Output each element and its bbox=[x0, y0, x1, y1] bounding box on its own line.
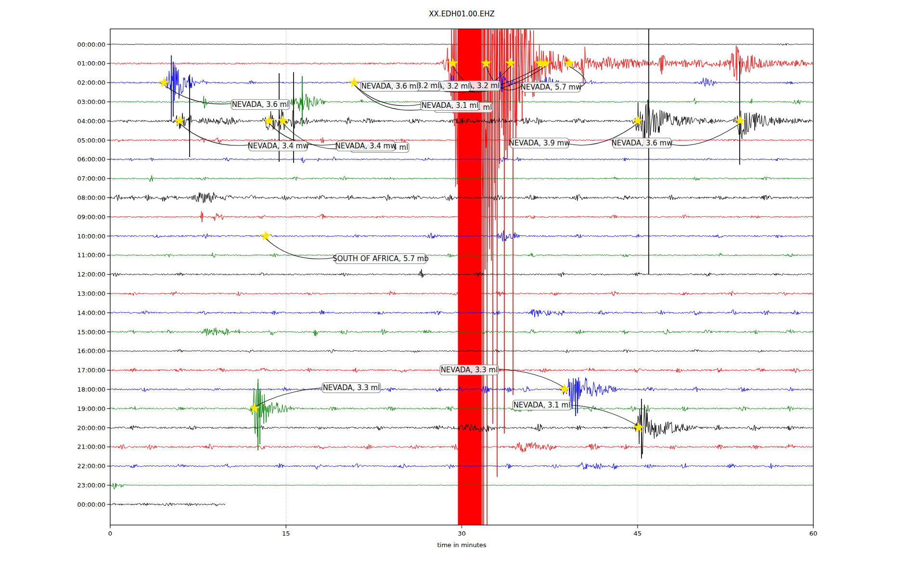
event-label-text: SOUTH OF AFRICA, 5.7 mb bbox=[333, 254, 428, 263]
event-label-text: NEVADA, 3.9 mw bbox=[509, 139, 570, 147]
row-time-label: 07:00:00 bbox=[77, 175, 105, 182]
row-time-label: 05:00:00 bbox=[77, 137, 105, 144]
event-label-text: NEVADA, 3.1 ml bbox=[513, 401, 571, 409]
event-label-text: NEVADA, 3.3 ml bbox=[441, 366, 498, 374]
row-time-label: 10:00:00 bbox=[77, 233, 105, 240]
event-label-text: NEVADA, 3.6 ml bbox=[361, 82, 419, 91]
row-time-label: 20:00:00 bbox=[77, 424, 105, 432]
row-time-label: 11:00:00 bbox=[77, 251, 105, 259]
x-tick-label: 30 bbox=[458, 530, 466, 537]
x-tick-label: 45 bbox=[633, 530, 642, 537]
row-time-label: 13:00:00 bbox=[77, 290, 105, 297]
row-time-label: 12:00:00 bbox=[77, 271, 105, 278]
row-time-label: 18:00:00 bbox=[77, 386, 105, 393]
event-label-text: NEVADA, 3.3 ml bbox=[323, 383, 380, 392]
row-time-label: 08:00:00 bbox=[77, 194, 105, 201]
event-label-text: NEVADA, 5.7 mw bbox=[521, 83, 582, 92]
row-time-label: 15:00:00 bbox=[77, 328, 105, 336]
event-label-text: NEVADA, 3.4 mw bbox=[248, 142, 309, 150]
plot-title: XX.EDH01.00.EHZ bbox=[429, 10, 494, 18]
row-time-label: 09:00:00 bbox=[77, 213, 105, 221]
row-time-label: 04:00:00 bbox=[77, 118, 105, 125]
event-label-text: NEVADA, 3.6 ml bbox=[232, 100, 289, 109]
row-time-label: 00:00:00 bbox=[77, 501, 105, 508]
event-label-text: NEVADA, 3.1 ml bbox=[422, 101, 479, 110]
x-tick-label: 60 bbox=[809, 530, 818, 537]
x-axis-label: time in minutes bbox=[437, 541, 486, 549]
row-time-label: 03:00:00 bbox=[77, 98, 105, 105]
x-tick-label: 15 bbox=[282, 530, 290, 537]
row-time-label: 16:00:00 bbox=[77, 347, 105, 355]
row-time-label: 23:00:00 bbox=[77, 482, 105, 489]
row-time-label: 22:00:00 bbox=[77, 462, 105, 470]
row-time-label: 14:00:00 bbox=[77, 309, 105, 316]
row-time-label: 19:00:00 bbox=[77, 405, 105, 412]
row-time-label: 17:00:00 bbox=[77, 367, 105, 374]
event-label-text: NEVADA, 3.4 mw bbox=[335, 142, 397, 150]
row-time-label: 21:00:00 bbox=[77, 443, 105, 450]
row-time-label: 01:00:00 bbox=[77, 60, 105, 67]
helicorder-figure: XX.EDH01.00.EHZ NEVADA, 3.2 mlNEVADA, 3.… bbox=[0, 0, 924, 578]
row-time-label: 00:00:00 bbox=[77, 41, 105, 48]
row-time-label: 06:00:00 bbox=[77, 156, 105, 163]
row-time-label: 02:00:00 bbox=[77, 79, 105, 86]
event-label-text: NEVADA, 3.6 mw bbox=[612, 139, 673, 147]
x-tick-label: 0 bbox=[108, 530, 112, 537]
